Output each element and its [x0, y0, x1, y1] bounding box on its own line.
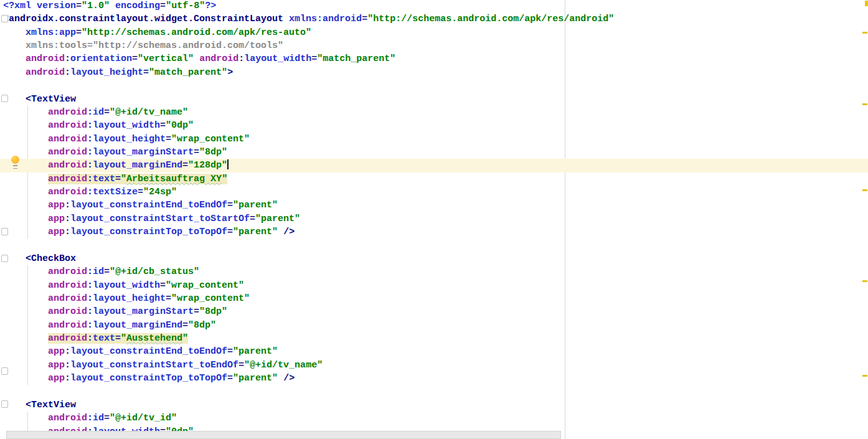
code-token: layout_constraintEnd_toEndOf [70, 200, 227, 210]
code-token: : [87, 174, 93, 184]
horizontal-scrollbar-thumb[interactable] [6, 431, 561, 439]
code-line[interactable]: android:layout_height="match_parent"> [0, 66, 868, 79]
fold-marker-icon[interactable] [1, 228, 8, 235]
code-line[interactable]: android:id="@+id/tv_id" [0, 412, 868, 425]
warning-stripe-mark[interactable] [862, 280, 867, 282]
code-token: "@+id/tv_name" [244, 360, 323, 371]
code-token: = [182, 320, 188, 331]
code-line[interactable]: app:layout_constraintTop_toTopOf="parent… [0, 225, 868, 238]
code-token: = [194, 147, 199, 158]
code-token: = [250, 214, 255, 224]
code-token: : [87, 107, 93, 118]
code-line[interactable]: app:layout_constraintEnd_toEndOf="parent… [0, 199, 868, 212]
warning-stripe-mark[interactable] [862, 103, 867, 105]
code-line[interactable] [0, 79, 868, 92]
fold-marker-icon[interactable] [1, 255, 8, 262]
code-token: text [93, 174, 115, 184]
code-token: layout_constraintTop_toTopOf [70, 227, 227, 237]
code-line[interactable]: app:layout_constraintStart_toEndOf="@+id… [0, 359, 868, 372]
code-line[interactable]: <androidx.constraintlayout.widget.Constr… [0, 12, 868, 26]
code-line[interactable]: xmlns:tools="http://schemas.android.com/… [0, 39, 868, 52]
code-token: : [65, 214, 70, 224]
code-token: "wrap_content" [166, 280, 244, 291]
code-token: "1.0" [82, 1, 110, 11]
code-token: " [121, 333, 126, 344]
code-line[interactable]: <TextView [0, 399, 868, 412]
code-token: " [121, 174, 126, 184]
code-token [3, 214, 48, 224]
code-token: /> [283, 227, 295, 237]
code-token: android [48, 174, 87, 184]
code-token: "http://schemas.android.com/apk/res/andr… [367, 14, 614, 24]
code-token: android [48, 413, 87, 423]
code-token: = [182, 160, 188, 171]
warning-stripe-mark[interactable] [862, 375, 867, 377]
fold-marker-icon[interactable] [1, 95, 8, 102]
code-token: layout_height [70, 67, 143, 78]
code-line[interactable]: android:layout_width="wrap_content" [0, 279, 868, 292]
code-line[interactable]: android:textSize="24sp" [0, 186, 868, 199]
code-line[interactable]: android:id="@+id/tv_name" [0, 106, 868, 119]
code-line[interactable]: app:layout_constraintTop_toTopOf="parent… [0, 372, 868, 385]
code-token: app [48, 214, 65, 224]
code-token: = [76, 1, 82, 11]
code-line[interactable]: <TextView [0, 93, 868, 106]
warning-stripe-mark[interactable] [862, 189, 867, 191]
code-token: : [87, 306, 93, 317]
code-token [3, 280, 48, 291]
code-token [3, 54, 26, 64]
code-token: android [48, 306, 87, 317]
code-line[interactable]: app:layout_constraintStart_toStartOf="pa… [0, 212, 868, 225]
code-token: android [48, 333, 87, 344]
inspection-indicator-icon[interactable] [865, 1, 868, 6]
code-token: xmlns:android [289, 14, 362, 24]
code-line[interactable] [0, 238, 868, 252]
code-token: android [48, 147, 87, 158]
code-token: : [87, 120, 93, 131]
code-token: android [48, 160, 87, 171]
code-token: id [93, 413, 104, 423]
code-line[interactable]: android:id="@+id/cb_status" [0, 265, 868, 278]
code-line[interactable]: android:text="Arbeitsauftrag XY" [0, 172, 868, 186]
code-token [3, 306, 48, 317]
code-line[interactable]: android:layout_marginEnd="128dp" [0, 159, 868, 172]
fold-marker-icon[interactable] [1, 15, 8, 22]
code-token [3, 200, 48, 210]
code-token: android [48, 134, 87, 144]
code-line[interactable]: android:layout_height="wrap_content" [0, 292, 868, 305]
code-token: "0dp" [166, 120, 194, 131]
code-line[interactable]: android:layout_width="0dp" [0, 119, 868, 132]
code-token: : [238, 54, 244, 64]
code-token: layout_constraintEnd_toEndOf [70, 346, 227, 357]
code-token [194, 54, 199, 64]
code-line[interactable]: android:layout_marginStart="8dp" [0, 305, 868, 318]
code-token: layout_constraintStart_toEndOf [70, 360, 238, 371]
intention-lightbulb-icon[interactable] [11, 156, 19, 164]
warning-stripe-mark[interactable] [862, 32, 867, 34]
code-line[interactable]: android:layout_height="wrap_content" [0, 133, 868, 146]
code-line[interactable]: android:layout_marginEnd="8dp" [0, 319, 868, 332]
code-token: "parent" [233, 227, 278, 237]
code-line[interactable]: app:layout_constraintEnd_toEndOf="parent… [0, 345, 868, 358]
code-token [278, 373, 283, 384]
code-token: layout_height [93, 134, 166, 144]
code-line[interactable] [0, 385, 868, 398]
code-line[interactable]: android:text="Ausstehend" [0, 332, 868, 345]
code-token: android [48, 120, 87, 131]
code-line[interactable]: android:layout_marginStart="8dp" [0, 146, 868, 159]
fold-marker-icon[interactable] [1, 400, 8, 408]
code-line[interactable]: xmlns:app="http://schemas.android.com/ap… [0, 26, 868, 39]
code-line[interactable]: <?xml version="1.0" encoding="utf-8"?> [0, 0, 868, 12]
fold-marker-icon[interactable] [1, 367, 8, 375]
code-token: Arbeitsauftrag XY [126, 174, 222, 184]
code-token [3, 134, 48, 144]
code-token: = [160, 120, 166, 131]
code-token: layout_constraintTop_toTopOf [70, 373, 227, 384]
code-token: : [65, 54, 70, 64]
code-line[interactable]: android:orientation="vertical" android:l… [0, 52, 868, 65]
code-token: app [48, 200, 65, 210]
code-token: text [93, 333, 115, 344]
code-token: "match_parent" [317, 54, 395, 64]
code-token: layout_marginStart [93, 306, 194, 317]
code-line[interactable]: <CheckBox [0, 252, 868, 265]
